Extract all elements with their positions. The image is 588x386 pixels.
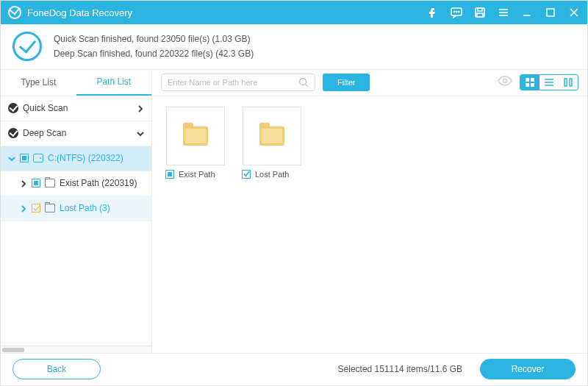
close-icon[interactable] [568,7,580,18]
svg-point-1 [453,11,454,12]
svg-rect-12 [526,83,529,87]
item-label: Lost Path [255,170,289,179]
eye-icon[interactable] [498,76,512,89]
minimize-icon[interactable] [521,7,533,18]
folder-icon [45,204,55,212]
svg-rect-7 [547,9,554,16]
sidebar: Type List Path List Quick Scan Deep Scan… [1,70,152,353]
svg-rect-14 [564,79,567,86]
recover-button[interactable]: Recover [480,359,576,379]
save-icon[interactable] [474,7,486,18]
tree-label: Quick Scan [23,103,132,113]
chevron-down-icon [8,154,15,162]
checkbox-checked-icon[interactable] [32,204,40,212]
deep-scan-summary: Deep Scan finished, found 220322 file(s)… [54,46,254,61]
folder-icon [259,126,284,146]
item-label: Exist Path [179,170,215,179]
tab-path-list[interactable]: Path List [76,70,152,96]
svg-point-8 [300,79,306,85]
folder-item-lost-path[interactable]: Lost Path [239,107,305,179]
footer: Back Selected 151114 items/11.6 GB Recov… [1,353,587,385]
folder-icon [45,179,55,187]
tree-drive-c[interactable]: C:(NTFS) (220322) [1,146,151,171]
filter-button[interactable]: Filter [323,74,370,91]
svg-rect-10 [526,78,529,82]
tab-type-list[interactable]: Type List [1,70,76,96]
checkbox-partial-icon[interactable] [165,170,174,179]
tree-label: Exist Path (220319) [60,178,144,188]
selection-status: Selected 151114 items/11.6 GB [111,364,470,374]
checkbox-partial-icon[interactable] [32,179,40,187]
back-button[interactable]: Back [12,359,101,379]
menu-icon[interactable] [498,7,509,18]
maximize-icon[interactable] [545,7,556,18]
chevron-right-icon [20,204,27,212]
tree-label: C:(NTFS) (220322) [48,153,144,163]
svg-rect-13 [531,83,534,87]
search-input[interactable] [168,78,298,87]
check-dot-icon [8,128,18,138]
svg-point-2 [456,11,456,12]
title-bar: FoneDog Data Recovery [1,1,587,24]
tree-exist-path[interactable]: Exist Path (220319) [1,171,151,196]
search-icon [298,77,309,87]
check-dot-icon [8,103,18,113]
sidebar-scrollbar[interactable] [1,346,151,353]
svg-rect-11 [531,78,534,82]
svg-rect-15 [570,79,572,86]
chat-icon[interactable] [451,7,462,18]
main-panel: Filter Exist Path Lost Path [152,70,587,353]
view-grid-button[interactable] [520,75,539,90]
checkbox-partial-icon[interactable] [20,154,29,162]
chevron-down-icon [137,129,144,137]
checkbox-checked-icon[interactable] [242,170,251,179]
app-title: FoneDog Data Recovery [27,7,427,18]
search-box[interactable] [161,74,315,91]
scan-summary: Quick Scan finished, found 23050 file(s)… [1,24,587,70]
drive-icon [33,154,43,162]
chevron-right-icon [137,104,144,112]
svg-point-3 [458,11,459,12]
content-grid: Exist Path Lost Path [152,96,587,353]
svg-rect-5 [478,8,482,11]
tree-label: Lost Path (3) [60,203,144,213]
tree: Quick Scan Deep Scan C:(NTFS) (220322) E… [1,96,151,346]
folder-item-exist-path[interactable]: Exist Path [162,107,229,179]
tree-deep-scan[interactable]: Deep Scan [1,121,151,146]
folder-icon [183,126,208,146]
check-circle-icon [12,32,42,61]
tree-label: Deep Scan [23,128,132,138]
toolbar: Filter [152,70,587,96]
svg-rect-6 [477,13,483,17]
svg-point-9 [503,79,507,83]
folder-thumb [243,107,301,165]
quick-scan-summary: Quick Scan finished, found 23050 file(s)… [54,32,254,46]
facebook-icon[interactable] [427,7,439,18]
view-mode-toggle [520,74,578,90]
view-detail-button[interactable] [559,75,578,90]
view-list-button[interactable] [539,75,559,90]
chevron-right-icon [20,179,27,187]
tree-quick-scan[interactable]: Quick Scan [1,96,151,121]
folder-thumb [166,107,225,165]
tree-lost-path[interactable]: Lost Path (3) [1,196,151,221]
app-logo-icon [8,6,21,19]
